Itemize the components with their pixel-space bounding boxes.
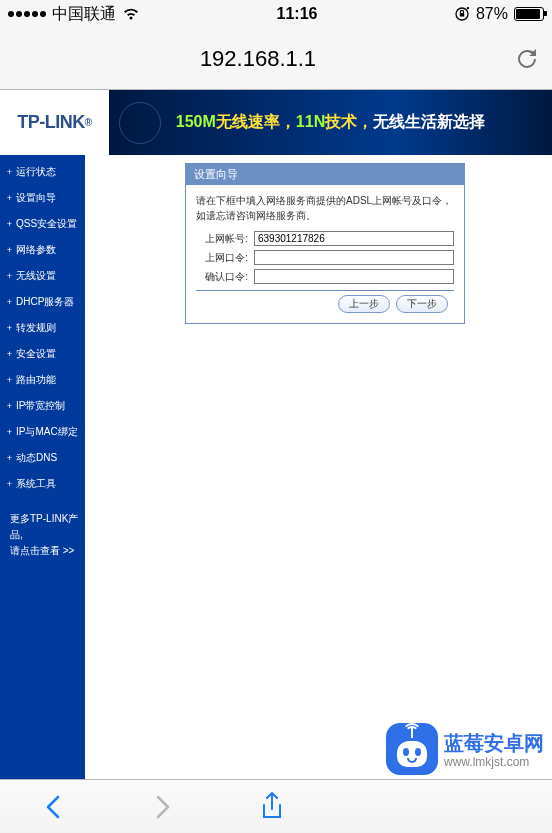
account-label: 上网帐号:	[196, 232, 254, 246]
safari-toolbar	[0, 779, 552, 833]
nav-item-wireless[interactable]: +无线设置	[0, 263, 85, 289]
nav-item-system[interactable]: +系统工具	[0, 471, 85, 497]
next-button[interactable]: 下一步	[396, 295, 448, 313]
nav-item-bandwidth[interactable]: +IP带宽控制	[0, 393, 85, 419]
confirm-label: 确认口令:	[196, 270, 254, 284]
battery-pct: 87%	[476, 5, 508, 23]
reload-icon[interactable]	[514, 46, 540, 72]
orientation-lock-icon	[454, 6, 470, 22]
nav-item-ddns[interactable]: +动态DNS	[0, 445, 85, 471]
panel-hint: 请在下框中填入网络服务商提供的ADSL上网帐号及口令，如遗忘请咨询网络服务商。	[196, 193, 454, 223]
carrier-label: 中国联通	[52, 4, 116, 25]
forward-button[interactable]	[151, 793, 173, 821]
browser-address-bar: 192.168.1.1	[0, 28, 552, 90]
setup-wizard-panel: 设置向导 请在下框中填入网络服务商提供的ADSL上网帐号及口令，如遗忘请咨询网络…	[185, 163, 465, 324]
clock: 11:16	[277, 5, 318, 23]
svg-rect-1	[460, 13, 464, 17]
more-products-link[interactable]: 更多TP-LINK产品, 请点击查看 >>	[0, 511, 85, 559]
brand-logo: TP-LINK®	[0, 90, 109, 155]
share-button[interactable]	[259, 791, 285, 823]
password-input[interactable]	[254, 250, 454, 265]
panel-title: 设置向导	[186, 164, 464, 185]
password-label: 上网口令:	[196, 251, 254, 265]
url-field[interactable]: 192.168.1.1	[12, 46, 504, 72]
account-input[interactable]	[254, 231, 454, 246]
ios-status-bar: 中国联通 11:16 87%	[0, 0, 552, 28]
prev-button[interactable]: 上一步	[338, 295, 390, 313]
battery-icon	[514, 7, 544, 21]
nav-item-wizard[interactable]: +设置向导	[0, 185, 85, 211]
banner-art: 150M无线速率，11N技术，无线生活新选择	[109, 90, 552, 155]
nav-item-qss[interactable]: +QSS安全设置	[0, 211, 85, 237]
nav-item-forwarding[interactable]: +转发规则	[0, 315, 85, 341]
back-button[interactable]	[43, 793, 65, 821]
wifi-icon	[122, 7, 140, 21]
nav-item-ipmac[interactable]: +IP与MAC绑定	[0, 419, 85, 445]
nav-item-status[interactable]: +运行状态	[0, 159, 85, 185]
nav-item-routing[interactable]: +路由功能	[0, 367, 85, 393]
nav-item-network[interactable]: +网络参数	[0, 237, 85, 263]
nav-item-dhcp[interactable]: +DHCP服务器	[0, 289, 85, 315]
router-admin-page: TP-LINK® 150M无线速率，11N技术，无线生活新选择 +运行状态 +设…	[0, 90, 552, 779]
confirm-input[interactable]	[254, 269, 454, 284]
nav-item-security[interactable]: +安全设置	[0, 341, 85, 367]
signal-strength-icon	[8, 11, 46, 17]
sidebar-nav: +运行状态 +设置向导 +QSS安全设置 +网络参数 +无线设置 +DHCP服务…	[0, 155, 85, 779]
